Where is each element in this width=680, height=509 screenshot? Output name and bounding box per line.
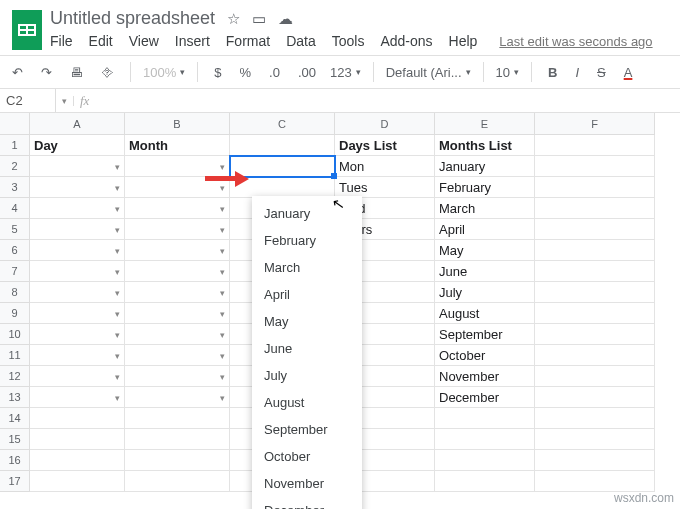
row-header[interactable]: 10 (0, 324, 30, 345)
chevron-down-icon[interactable]: ▾ (220, 267, 225, 277)
cell-dropdown[interactable]: ▾ (30, 324, 125, 345)
dropdown-option[interactable]: January (252, 200, 362, 227)
cell[interactable] (125, 429, 230, 450)
chevron-down-icon[interactable]: ▾ (220, 246, 225, 256)
active-cell[interactable] (230, 156, 335, 177)
cell[interactable]: May (435, 240, 535, 261)
cell-dropdown[interactable]: ▾ (125, 177, 230, 198)
cell[interactable] (30, 429, 125, 450)
row-header[interactable]: 8 (0, 282, 30, 303)
menu-view[interactable]: View (129, 33, 159, 49)
chevron-down-icon[interactable]: ▾ (220, 393, 225, 403)
menu-help[interactable]: Help (449, 33, 478, 49)
cell[interactable] (230, 135, 335, 156)
dropdown-option[interactable]: October (252, 443, 362, 470)
col-header[interactable]: C (230, 113, 335, 135)
cell-dropdown[interactable]: ▾ (125, 345, 230, 366)
cell[interactable] (30, 450, 125, 471)
col-header[interactable]: F (535, 113, 655, 135)
number-format[interactable]: 123▾ (330, 65, 361, 80)
row-header[interactable]: 4 (0, 198, 30, 219)
cell-dropdown[interactable]: ▾ (30, 387, 125, 408)
row-header[interactable]: 16 (0, 450, 30, 471)
dropdown-option[interactable]: April (252, 281, 362, 308)
cell[interactable] (535, 366, 655, 387)
cell[interactable]: Days List (335, 135, 435, 156)
cell-dropdown[interactable]: ▾ (30, 366, 125, 387)
cell[interactable]: Day (30, 135, 125, 156)
dropdown-option[interactable]: August (252, 389, 362, 416)
row-header[interactable]: 14 (0, 408, 30, 429)
cell[interactable] (435, 408, 535, 429)
row-header[interactable]: 6 (0, 240, 30, 261)
chevron-down-icon[interactable]: ▾ (115, 351, 120, 361)
cell-dropdown[interactable]: ▾ (125, 303, 230, 324)
cell-dropdown[interactable]: ▾ (125, 366, 230, 387)
cell[interactable] (435, 471, 535, 492)
cell[interactable] (535, 156, 655, 177)
chevron-down-icon[interactable]: ▾ (115, 288, 120, 298)
row-header[interactable]: 15 (0, 429, 30, 450)
row-header[interactable]: 5 (0, 219, 30, 240)
cell[interactable] (535, 429, 655, 450)
validation-dropdown[interactable]: January February March April May June Ju… (252, 196, 362, 509)
row-header[interactable]: 9 (0, 303, 30, 324)
font-size-select[interactable]: 10▾ (496, 65, 519, 80)
row-header[interactable]: 17 (0, 471, 30, 492)
cell[interactable] (435, 429, 535, 450)
cell[interactable]: November (435, 366, 535, 387)
cell[interactable] (125, 471, 230, 492)
cell-dropdown[interactable]: ▾ (30, 198, 125, 219)
menu-file[interactable]: File (50, 33, 73, 49)
dropdown-option[interactable]: September (252, 416, 362, 443)
cell[interactable] (535, 450, 655, 471)
format-percent[interactable]: % (235, 63, 255, 82)
cell-dropdown[interactable]: ▾ (30, 219, 125, 240)
cell-dropdown[interactable]: ▾ (30, 282, 125, 303)
chevron-down-icon[interactable]: ▾ (220, 225, 225, 235)
cell-dropdown[interactable]: ▾ (30, 240, 125, 261)
dropdown-option[interactable]: May (252, 308, 362, 335)
increase-decimal[interactable]: .00 (294, 63, 320, 82)
format-currency[interactable]: $ (210, 63, 225, 82)
cell[interactable] (125, 450, 230, 471)
cell-dropdown[interactable]: ▾ (30, 303, 125, 324)
cell-dropdown[interactable]: ▾ (30, 261, 125, 282)
cell[interactable] (535, 219, 655, 240)
dropdown-option[interactable]: June (252, 335, 362, 362)
cell[interactable]: Months List (435, 135, 535, 156)
chevron-down-icon[interactable]: ▾ (115, 393, 120, 403)
row-header[interactable]: 13 (0, 387, 30, 408)
cell[interactable]: January (435, 156, 535, 177)
menu-data[interactable]: Data (286, 33, 316, 49)
chevron-down-icon[interactable]: ▾ (220, 162, 225, 172)
cell[interactable] (535, 240, 655, 261)
select-all-corner[interactable] (0, 113, 30, 135)
zoom-select[interactable]: 100%▾ (143, 65, 185, 80)
cell-dropdown[interactable]: ▾ (30, 177, 125, 198)
cell[interactable] (125, 408, 230, 429)
name-box-dropdown-icon[interactable]: ▾ (56, 96, 74, 106)
dropdown-option[interactable]: February (252, 227, 362, 254)
cell[interactable]: June (435, 261, 535, 282)
cell[interactable]: Tues (335, 177, 435, 198)
cell-dropdown[interactable]: ▾ (125, 156, 230, 177)
cell[interactable]: March (435, 198, 535, 219)
decrease-decimal[interactable]: .0 (265, 63, 284, 82)
cell[interactable] (535, 345, 655, 366)
chevron-down-icon[interactable]: ▾ (115, 372, 120, 382)
cell-dropdown[interactable]: ▾ (125, 240, 230, 261)
col-header[interactable]: D (335, 113, 435, 135)
cell[interactable] (230, 177, 335, 198)
dropdown-option[interactable]: November (252, 470, 362, 497)
chevron-down-icon[interactable]: ▾ (220, 309, 225, 319)
cell[interactable]: Mon (335, 156, 435, 177)
chevron-down-icon[interactable]: ▾ (220, 330, 225, 340)
cell[interactable] (535, 135, 655, 156)
cell[interactable]: October (435, 345, 535, 366)
cell-dropdown[interactable]: ▾ (125, 324, 230, 345)
print-icon[interactable]: 🖶 (66, 63, 87, 82)
cell[interactable] (30, 408, 125, 429)
strike-button[interactable]: S (593, 63, 610, 82)
row-header[interactable]: 2 (0, 156, 30, 177)
